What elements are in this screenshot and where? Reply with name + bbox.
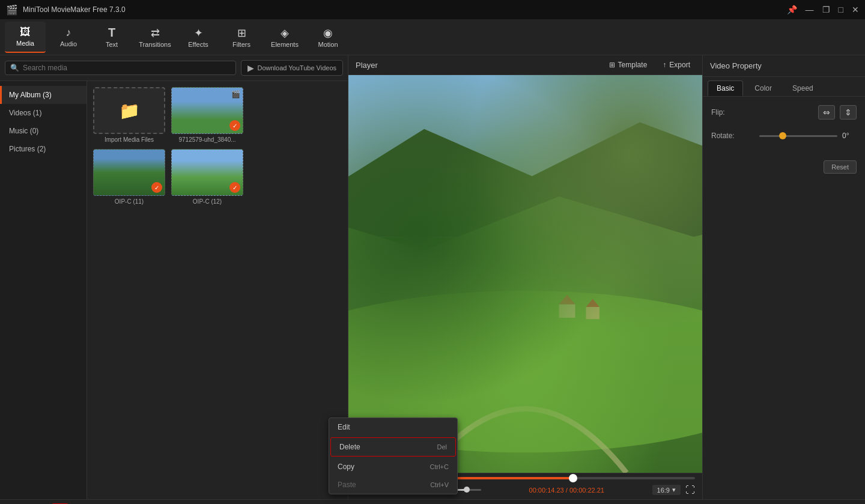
transitions-label: Transitions (139, 41, 171, 48)
context-menu-copy[interactable]: Copy Ctrl+C (329, 458, 457, 476)
video-property-title: Video Property (710, 61, 762, 70)
elements-label: Elements (271, 41, 299, 48)
template-button[interactable]: ⊞ Template (604, 59, 652, 71)
right-panel-header: Video Property (703, 55, 865, 77)
search-icon: 🔍 (10, 64, 19, 72)
fullscreen-button[interactable]: ⛶ (685, 485, 695, 496)
property-tabs: Basic Color Speed (703, 77, 865, 97)
import-media-item[interactable]: 📁 Import Media Files (93, 87, 165, 143)
toolbar-item-text[interactable]: T Text (91, 22, 132, 53)
rotate-row: Rotate: 0° (711, 132, 857, 140)
svg-marker-9 (559, 295, 575, 305)
app-logo: 🎬 (6, 4, 18, 16)
rotate-controls: 0° (759, 132, 857, 140)
toolbar-item-elements[interactable]: ◈ Elements (264, 22, 305, 53)
title-bar: 🎬 MiniTool MovieMaker Free 7.3.0 📌 — ❐ □… (0, 0, 865, 19)
volume-thumb (464, 487, 470, 493)
media-item-video1[interactable]: 🎬 ✓ 9712579-uhd_3840... (171, 87, 243, 143)
media-grid: 📁 Import Media Files 🎬 ✓ 9712579-uhd_384… (87, 81, 348, 499)
pin-button[interactable]: 📌 (787, 5, 797, 14)
toolbar-item-filters[interactable]: ⊞ Filters (221, 22, 262, 53)
left-panel-top: 🔍 ▶ Download YouTube Videos (0, 55, 348, 81)
close-button[interactable]: ✕ (852, 5, 859, 14)
import-label: Import Media Files (93, 136, 165, 143)
player-header-right: ⊞ Template ↑ Export (604, 59, 695, 71)
audio-icon: ♪ (66, 26, 71, 39)
video-frame (348, 75, 702, 473)
reset-button[interactable]: Reset (824, 160, 857, 174)
context-menu-edit[interactable]: Edit (329, 418, 457, 436)
text-icon: T (108, 26, 115, 40)
toolbar-item-motion[interactable]: ◉ Motion (308, 22, 348, 53)
svg-marker-11 (586, 299, 599, 307)
media-thumb-img1[interactable]: ✓ (93, 149, 165, 196)
export-button[interactable]: ↑ Export (658, 59, 695, 71)
filters-label: Filters (232, 41, 250, 48)
rotate-label: Rotate: (711, 132, 735, 140)
text-label: Text (106, 41, 118, 48)
toolbar-item-transitions[interactable]: ⇄ Transitions (135, 22, 175, 53)
effects-icon: ✦ (194, 26, 203, 40)
rotate-value: 0° (842, 132, 857, 140)
import-thumb[interactable]: 📁 (93, 87, 165, 134)
check-mark-3: ✓ (229, 182, 240, 193)
filters-icon: ⊞ (237, 26, 246, 40)
context-menu: Edit Delete Del Copy Ctrl+C Paste Ctrl+V (329, 417, 458, 494)
sidebar-item-pictures[interactable]: Pictures (2) (0, 140, 86, 158)
media-thumb-video1[interactable]: 🎬 ✓ (171, 87, 243, 134)
search-input[interactable] (23, 64, 231, 72)
media-item-img2[interactable]: ✓ OIP-C (12) (171, 149, 243, 205)
flip-vertical-button[interactable]: ⇕ (840, 105, 857, 120)
toolbar-item-effects[interactable]: ✦ Effects (178, 22, 219, 53)
folder-icon: 📁 (119, 101, 140, 121)
sidebar-item-videos[interactable]: Videos (1) (0, 104, 86, 122)
left-panel: 🔍 ▶ Download YouTube Videos My Album (3)… (0, 55, 348, 499)
media-thumb-img2[interactable]: ✓ (171, 149, 243, 196)
svg-marker-1 (348, 115, 702, 237)
media-item-img1[interactable]: ✓ OIP-C (11) (93, 149, 165, 205)
player-label: Player (356, 61, 378, 70)
svg-rect-0 (348, 75, 702, 237)
property-content: Flip: ⇔ ⇕ Rotate: 0° Reset (703, 97, 865, 182)
audio-label: Audio (60, 40, 77, 47)
aspect-ratio-selector[interactable]: 16:9 ▾ (652, 485, 681, 495)
effects-label: Effects (188, 41, 208, 48)
check-mark-2: ✓ (151, 182, 162, 193)
minimize-button[interactable]: — (806, 5, 814, 14)
player-header: Player ⊞ Template ↑ Export (348, 55, 702, 75)
rotate-slider[interactable] (759, 135, 837, 137)
template-icon: ⊞ (609, 61, 615, 69)
sidebar-item-music[interactable]: Music (0) (0, 122, 86, 140)
tab-basic[interactable]: Basic (708, 80, 743, 96)
left-panel-content: My Album (3) Videos (1) Music (0) Pictur… (0, 81, 348, 499)
progress-thumb (569, 474, 577, 482)
elements-icon: ◈ (281, 26, 289, 40)
media-label: Media (16, 40, 34, 47)
tab-color[interactable]: Color (745, 80, 781, 96)
restore-button[interactable]: ❐ (822, 5, 830, 14)
media-row-2: ✓ OIP-C (11) ✓ OIP-C (12) (93, 149, 342, 205)
main-toolbar: 🖼 Media ♪ Audio T Text ⇄ Transitions ✦ E… (0, 19, 865, 55)
video-preview (348, 75, 702, 473)
tab-speed[interactable]: Speed (783, 80, 822, 96)
motion-icon: ◉ (323, 26, 333, 40)
media-icon: 🖼 (20, 26, 31, 38)
rotate-thumb (779, 132, 786, 139)
toolbar-item-audio[interactable]: ♪ Audio (48, 22, 89, 53)
media-label-video1: 9712579-uhd_3840... (171, 136, 243, 143)
download-youtube-button[interactable]: ▶ Download YouTube Videos (241, 60, 344, 76)
sidebar: My Album (3) Videos (1) Music (0) Pictur… (0, 81, 87, 499)
media-label-img2: OIP-C (12) (171, 198, 243, 205)
flip-row: Flip: ⇔ ⇕ (711, 105, 857, 120)
flip-label: Flip: (711, 108, 725, 117)
flip-horizontal-button[interactable]: ⇔ (818, 105, 835, 120)
app-title: MiniTool MovieMaker Free 7.3.0 (23, 5, 126, 14)
timeline-toolbar: ↩ ↪ 🗑 ✂ 🎧 ⊡ ⊟ ⊕ (0, 500, 865, 504)
toolbar-item-media[interactable]: 🖼 Media (5, 22, 46, 53)
maximize-button[interactable]: □ (839, 5, 843, 14)
context-menu-delete[interactable]: Delete Del (330, 437, 456, 457)
sidebar-item-my-album[interactable]: My Album (3) (0, 86, 86, 104)
media-label-img1: OIP-C (11) (93, 198, 165, 205)
search-box[interactable]: 🔍 (5, 61, 236, 75)
video-type-icon: 🎬 (231, 90, 240, 99)
